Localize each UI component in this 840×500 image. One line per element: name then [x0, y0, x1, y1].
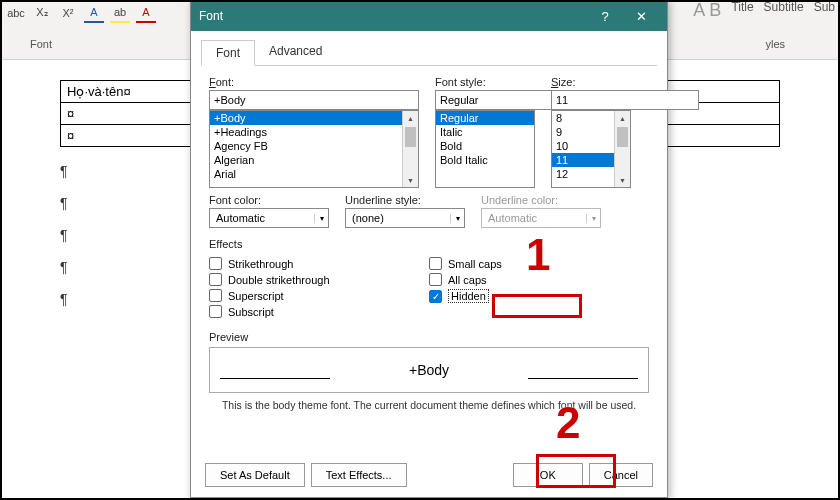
font-label: Font: — [209, 76, 419, 88]
tab-advanced[interactable]: Advanced — [255, 39, 336, 65]
text-effects-icon[interactable]: A — [84, 3, 104, 23]
list-item[interactable]: Regular — [436, 111, 534, 125]
underline-color-dropdown: Automatic▾ — [481, 208, 601, 228]
ucolor-label: Underline color: — [481, 194, 601, 206]
list-item[interactable]: Italic — [436, 125, 534, 139]
scroll-thumb[interactable] — [405, 127, 416, 147]
close-button[interactable]: ✕ — [623, 9, 659, 24]
set-default-button[interactable]: Set As Default — [205, 463, 305, 487]
ok-button[interactable]: OK — [513, 463, 583, 487]
chevron-down-icon: ▾ — [314, 214, 328, 223]
font-combo[interactable] — [209, 90, 419, 110]
highlight-icon[interactable]: ab — [110, 3, 130, 23]
scroll-thumb[interactable] — [617, 127, 628, 147]
font-dialog: Font ? ✕ Font Advanced Font: +Body +Head… — [190, 0, 668, 498]
list-item[interactable]: Algerian — [210, 153, 418, 167]
preview-label: Preview — [209, 331, 649, 343]
scroll-down-icon[interactable]: ▼ — [403, 173, 418, 187]
superscript-icon[interactable]: X² — [58, 3, 78, 23]
callout-number-1: 1 — [526, 230, 550, 280]
scrollbar[interactable]: ▲▼ — [402, 111, 418, 187]
style-subtitle[interactable]: Subtitle — [764, 0, 804, 21]
size-combo[interactable] — [551, 90, 631, 110]
cancel-button[interactable]: Cancel — [589, 463, 653, 487]
list-item[interactable]: Bold Italic — [436, 153, 534, 167]
style-combo[interactable] — [435, 90, 535, 110]
help-button[interactable]: ? — [587, 9, 623, 24]
strikethrough-icon[interactable]: abc — [6, 3, 26, 23]
chevron-down-icon: ▾ — [586, 214, 600, 223]
hidden-checkbox[interactable]: ✓Hidden — [429, 289, 649, 303]
list-item[interactable]: +Headings — [210, 125, 418, 139]
scroll-up-icon[interactable]: ▲ — [615, 111, 630, 125]
scroll-up-icon[interactable]: ▲ — [403, 111, 418, 125]
style-preview: A B — [693, 0, 721, 21]
ribbon-group-font-label: Font — [30, 38, 52, 50]
callout-number-2: 2 — [556, 398, 580, 448]
style-sub[interactable]: Sub — [814, 0, 835, 21]
ribbon-group-styles-label: yles — [765, 38, 785, 50]
preview-note: This is the body theme font. The current… — [209, 399, 649, 411]
check-icon: ✓ — [429, 290, 442, 303]
underline-style-dropdown[interactable]: (none)▾ — [345, 208, 465, 228]
preview-box: +Body — [209, 347, 649, 393]
text-effects-button[interactable]: Text Effects... — [311, 463, 407, 487]
style-gallery[interactable]: A B Title Subtitle Sub — [693, 0, 835, 21]
superscript-checkbox[interactable]: Superscript — [209, 289, 429, 302]
dialog-title: Font — [199, 9, 587, 23]
list-item[interactable]: Arial — [210, 167, 418, 181]
style-label: Font style: — [435, 76, 535, 88]
ustyle-label: Underline style: — [345, 194, 465, 206]
size-input[interactable] — [551, 90, 699, 110]
double-strikethrough-checkbox[interactable]: Double strikethrough — [209, 273, 429, 286]
dialog-tabs: Font Advanced — [201, 39, 657, 66]
scrollbar[interactable]: ▲▼ — [614, 111, 630, 187]
subscript-checkbox[interactable]: Subscript — [209, 305, 429, 318]
effects-label: Effects — [209, 238, 649, 250]
font-color-icon[interactable]: A — [136, 3, 156, 23]
font-color-dropdown[interactable]: Automatic▾ — [209, 208, 329, 228]
dialog-titlebar[interactable]: Font ? ✕ — [191, 1, 667, 31]
font-input[interactable] — [209, 90, 419, 110]
preview-text: +Body — [409, 362, 449, 378]
subscript-icon[interactable]: X₂ — [32, 3, 52, 23]
tab-font[interactable]: Font — [201, 40, 255, 66]
style-title[interactable]: Title — [731, 0, 753, 21]
scroll-down-icon[interactable]: ▼ — [615, 173, 630, 187]
list-item[interactable]: Bold — [436, 139, 534, 153]
list-item[interactable]: Agency FB — [210, 139, 418, 153]
style-listbox[interactable]: Regular Italic Bold Bold Italic — [435, 110, 535, 188]
color-label: Font color: — [209, 194, 329, 206]
font-listbox[interactable]: +Body +Headings Agency FB Algerian Arial… — [209, 110, 419, 188]
ribbon-font-tools: abc X₂ X² A ab A — [0, 0, 162, 25]
strikethrough-checkbox[interactable]: Strikethrough — [209, 257, 429, 270]
size-label: Size: — [551, 76, 631, 88]
list-item[interactable]: +Body — [210, 111, 418, 125]
chevron-down-icon: ▾ — [450, 214, 464, 223]
size-listbox[interactable]: 8 9 10 11 12 ▲▼ — [551, 110, 631, 188]
